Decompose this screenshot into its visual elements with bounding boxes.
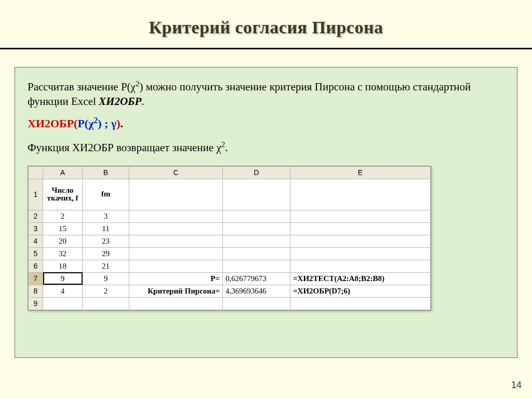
chi-symbol: χ bbox=[216, 141, 221, 154]
row-header: 9 bbox=[29, 297, 43, 310]
cell-a6: 18 bbox=[43, 260, 83, 272]
row-2: 2 2 3 bbox=[29, 210, 431, 222]
row-1: 1 Число ткачих, f fm bbox=[29, 179, 431, 210]
cell-c6 bbox=[129, 260, 223, 272]
cell-c4 bbox=[129, 235, 223, 247]
paragraph-1: Рассчитав значение P(χ2) можно получить … bbox=[28, 79, 504, 109]
col-header-c: C bbox=[129, 166, 223, 179]
cell-d5 bbox=[223, 247, 290, 260]
cell-a3: 15 bbox=[43, 222, 83, 235]
formula-close: ) bbox=[116, 117, 120, 130]
cell-e9 bbox=[290, 297, 431, 310]
cell-b6: 21 bbox=[83, 260, 129, 272]
chi-symbol: χ bbox=[88, 117, 94, 130]
row-header: 5 bbox=[29, 247, 43, 260]
formula-sep: ; γ bbox=[102, 117, 117, 130]
cell-d8: 4,369693646 bbox=[223, 285, 290, 297]
cell-a5: 32 bbox=[43, 247, 83, 260]
row-7: 7 9 9 P= 0,626779673 =ХИ2ТЕСТ(A2:A8;B2:B… bbox=[29, 272, 431, 285]
text: . bbox=[225, 141, 228, 154]
chi-symbol: χ bbox=[131, 81, 136, 93]
row-4: 4 20 23 bbox=[29, 235, 431, 247]
cell-e5 bbox=[290, 247, 431, 260]
row-header: 6 bbox=[29, 260, 43, 272]
formula-dot: . bbox=[121, 117, 124, 130]
cell-b8: 2 bbox=[83, 285, 129, 297]
row-6: 6 18 21 bbox=[29, 260, 431, 272]
col-header-d: D bbox=[223, 166, 290, 179]
cell-d3 bbox=[223, 222, 290, 235]
slide-title: Критерий согласия Пирсона bbox=[0, 0, 532, 37]
cell-b4: 23 bbox=[83, 235, 129, 247]
cell-d2 bbox=[223, 210, 290, 222]
paragraph-2: Функция ХИ2ОБР возвращает значение χ2. bbox=[28, 140, 504, 154]
col-header-e: E bbox=[290, 166, 431, 179]
cell-c5 bbox=[129, 247, 223, 260]
cell-c8: Критерий Пирсона= bbox=[129, 285, 223, 297]
row-header: 7 bbox=[29, 272, 43, 285]
row-8: 8 4 2 Критерий Пирсона= 4,369693646 =ХИ2… bbox=[29, 285, 431, 297]
cell-c9 bbox=[129, 297, 223, 310]
cell-b5: 29 bbox=[83, 247, 129, 260]
cell-a8: 4 bbox=[43, 285, 83, 297]
row-9: 9 bbox=[29, 297, 431, 310]
divider bbox=[0, 48, 532, 49]
corner-cell bbox=[29, 166, 43, 179]
cell-a7: 9 bbox=[43, 272, 83, 285]
row-header: 1 bbox=[29, 179, 43, 210]
cell-e8: =ХИ2ОБР(D7;6) bbox=[290, 285, 431, 297]
cell-b9 bbox=[83, 297, 129, 310]
cell-a2: 2 bbox=[43, 210, 83, 222]
spreadsheet: A B C D E 1 Число ткачих, f fm 2 2 bbox=[28, 166, 431, 311]
cell-b3: 11 bbox=[83, 222, 129, 235]
cell-e6 bbox=[290, 260, 431, 272]
cell-e1 bbox=[290, 179, 431, 210]
text: Рассчитав значение P( bbox=[28, 81, 131, 93]
cell-d1 bbox=[223, 179, 290, 210]
cell-a4: 20 bbox=[43, 235, 83, 247]
text: Функция ХИ2ОБР возвращает значение bbox=[28, 141, 216, 154]
cell-a9 bbox=[43, 297, 83, 310]
col-header-a: A bbox=[43, 166, 83, 179]
cell-c7: P= bbox=[129, 272, 223, 285]
page-number: 14 bbox=[511, 380, 522, 391]
cell-e2 bbox=[290, 210, 431, 222]
row-header: 2 bbox=[29, 210, 43, 222]
cell-e3 bbox=[290, 222, 431, 235]
cell-c1 bbox=[129, 179, 223, 210]
row-5: 5 32 29 bbox=[29, 247, 431, 260]
cell-d4 bbox=[223, 235, 290, 247]
formula-p-open: P( bbox=[77, 117, 88, 130]
cell-c3 bbox=[129, 222, 223, 235]
cell-e4 bbox=[290, 235, 431, 247]
text: . bbox=[141, 95, 144, 108]
function-name: ХИ2ОБР bbox=[99, 95, 141, 108]
formula-line: ХИ2ОБР(P(χ2) ; γ). bbox=[28, 116, 504, 130]
cell-a1: Число ткачих, f bbox=[43, 179, 83, 210]
col-header-row: A B C D E bbox=[29, 166, 431, 179]
cell-d7: 0,626779673 bbox=[223, 272, 290, 285]
row-3: 3 15 11 bbox=[29, 222, 431, 235]
cell-c2 bbox=[129, 210, 223, 222]
cell-e7: =ХИ2ТЕСТ(A2:A8;B2:B8) bbox=[290, 272, 431, 285]
formula-func: ХИ2ОБР( bbox=[28, 117, 77, 130]
row-header: 8 bbox=[29, 285, 43, 297]
row-header: 3 bbox=[29, 222, 43, 235]
cell-d9 bbox=[223, 297, 290, 310]
cell-b1: fm bbox=[83, 179, 129, 210]
cell-b2: 3 bbox=[83, 210, 129, 222]
col-header-b: B bbox=[83, 166, 129, 179]
cell-d6 bbox=[223, 260, 290, 272]
formula-p-close: ) bbox=[98, 117, 101, 130]
cell-b7: 9 bbox=[83, 272, 129, 285]
row-header: 4 bbox=[29, 235, 43, 247]
content-panel: Рассчитав значение P(χ2) можно получить … bbox=[15, 67, 517, 358]
